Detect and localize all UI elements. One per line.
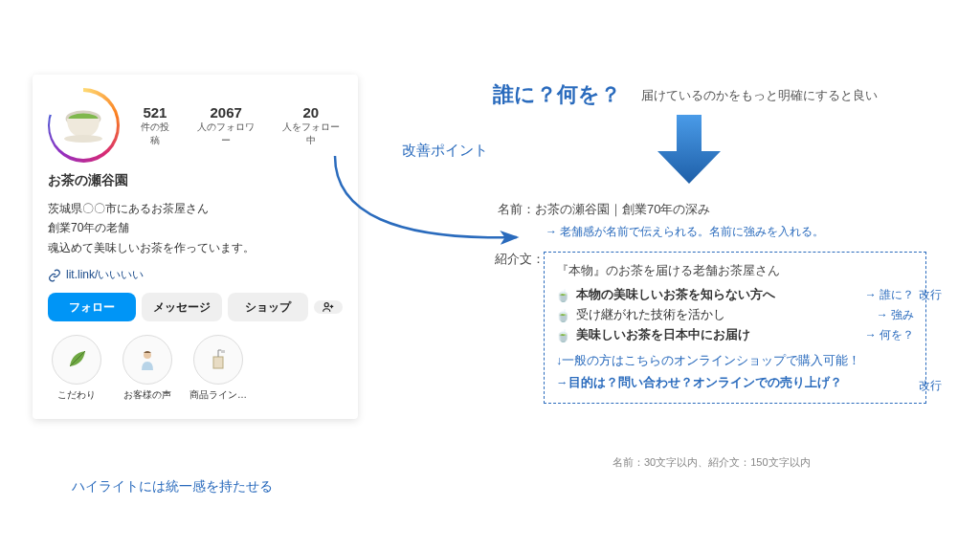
highlight-note: ハイライトには統一感を持たせる [72, 478, 273, 496]
bio-headline: 『本物』のお茶を届ける老舗お茶屋さん [556, 262, 914, 279]
highlight-label: 商品ライン… [189, 388, 247, 402]
shop-button[interactable]: ショップ [228, 293, 308, 321]
message-button[interactable]: メッセージ [142, 293, 222, 321]
bio-row-text: 本物の美味しいお茶を知らない方へ [576, 287, 775, 303]
avatar-story-ring[interactable] [48, 88, 120, 163]
svg-rect-6 [221, 350, 225, 353]
down-arrow-icon [656, 115, 723, 187]
followers-count: 2067 [194, 104, 258, 121]
more-button[interactable] [314, 300, 343, 314]
tea-emoji-icon: 🍵 [556, 329, 570, 342]
person-icon [122, 335, 172, 385]
posts-count: 521 [137, 104, 173, 121]
profile-link[interactable]: lit.link/いいいい [48, 267, 343, 283]
stat-following[interactable]: 20 人をフォロー中 [278, 104, 343, 147]
bio-row: 🍵 美味しいお茶を日本中にお届け → 何を？ [556, 327, 914, 343]
highlight-item[interactable]: 商品ライン… [189, 335, 247, 402]
improvement-details: 名前：お茶の瀬谷園｜創業70年の深み 老舗感が名前で伝えられる。名前に強みを入れ… [498, 201, 947, 404]
bio-line-2: 創業70年の老舗 [48, 218, 343, 237]
improved-name-line: 名前：お茶の瀬谷園｜創業70年の深み [498, 201, 947, 218]
stat-posts[interactable]: 521 件の投稿 [137, 104, 173, 147]
bio-row: 🍵 受け継がれた技術を活かし → 強み [556, 307, 914, 323]
profile-header: 521 件の投稿 2067 人のフォロワー 20 人をフォロー中 [48, 88, 343, 163]
highlight-item[interactable]: こだわり [48, 335, 105, 402]
bio-line-3: 魂込めて美味しいお茶を作っています。 [48, 238, 343, 257]
profile-bio: 茨城県〇〇市にあるお茶屋さん 創業70年の老舗 魂込めて美味しいお茶を作っていま… [48, 199, 343, 257]
svg-rect-5 [213, 357, 223, 368]
bio-field-label: 紹介文： [495, 251, 545, 268]
tea-emoji-icon: 🍵 [556, 289, 570, 302]
bio-row-tag: → 何を？ [865, 327, 914, 343]
tea-emoji-icon: 🍵 [556, 309, 570, 322]
teabag-icon [193, 335, 243, 385]
link-icon [48, 269, 61, 282]
profile-actions: フォロー メッセージ ショップ [48, 293, 343, 321]
story-highlights: こだわり お客様の声 商品ライン… [48, 335, 343, 402]
user-plus-icon [322, 300, 335, 314]
bio-question-line: →目的は？問い合わせ？オンラインでの売り上げ？ [556, 375, 914, 391]
highlight-label: お客様の声 [119, 388, 176, 402]
posts-label: 件の投稿 [137, 121, 173, 147]
highlight-item[interactable]: お客様の声 [119, 335, 176, 402]
linebreak-note: 改行 [919, 287, 942, 303]
stat-followers[interactable]: 2067 人のフォロワー [194, 104, 258, 147]
profile-name: お茶の瀬谷園 [48, 172, 343, 189]
leaf-icon [52, 335, 101, 385]
tea-cup-icon [56, 98, 111, 153]
profile-stats: 521 件の投稿 2067 人のフォロワー 20 人をフォロー中 [137, 104, 343, 147]
improved-name-note: 老舗感が名前で伝えられる。名前に強みを入れる。 [546, 224, 947, 240]
following-count: 20 [278, 104, 343, 121]
highlight-label: こだわり [48, 388, 105, 402]
svg-point-3 [324, 303, 328, 307]
bio-row-text: 美味しいお茶を日本中にお届け [576, 327, 750, 343]
bio-cta-line: ↓一般の方はこちらのオンラインショップで購入可能！ [556, 353, 914, 369]
bio-line-1: 茨城県〇〇市にあるお茶屋さん [48, 199, 343, 218]
bio-row: 🍵 本物の美味しいお茶を知らない方へ → 誰に？ [556, 287, 914, 303]
improved-bio-box: 紹介文： 『本物』のお茶を届ける老舗お茶屋さん 🍵 本物の美味しいお茶を知らない… [544, 252, 926, 404]
headline-sub: 届けているのかをもっと明確にすると良い [641, 88, 878, 104]
follow-button[interactable]: フォロー [48, 293, 136, 321]
instagram-profile-card: 521 件の投稿 2067 人のフォロワー 20 人をフォロー中 お茶の瀬谷園 … [33, 75, 358, 419]
bio-row-text: 受け継がれた技術を活かし [576, 307, 725, 323]
link-text: lit.link/いいいい [66, 267, 144, 283]
char-limit-note: 名前：30文字以内、紹介文：150文字以内 [612, 455, 811, 470]
bio-row-tag: → 誰に？ [865, 287, 914, 303]
svg-point-2 [64, 135, 102, 143]
linebreak-note: 改行 [919, 378, 942, 394]
following-label: 人をフォロー中 [278, 121, 343, 147]
bio-row-tag: → 強み [877, 307, 914, 323]
avatar [50, 92, 117, 159]
followers-label: 人のフォロワー [194, 121, 258, 147]
headline-question: 誰に？何を？ [493, 80, 621, 109]
